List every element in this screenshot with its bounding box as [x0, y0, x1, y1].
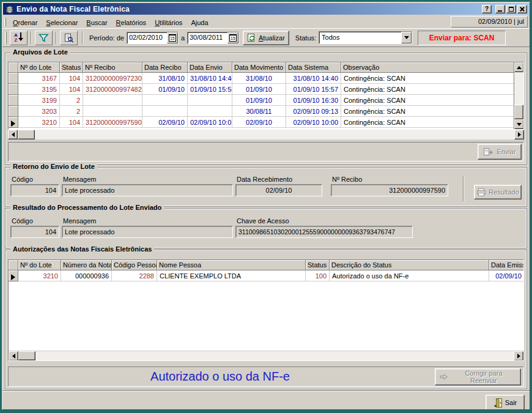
titlebar[interactable]: Envio da Nota Fiscal Eletrônica ?: [3, 3, 529, 15]
menu-item-utilitarios[interactable]: Utilitários: [150, 18, 187, 28]
lote-grid-cell[interactable]: 01/09/10 16:30: [286, 95, 341, 106]
lote-grid-cell[interactable]: 01/09/10 15:57: [286, 84, 341, 95]
lote-grid-cell[interactable]: 30/08/11: [232, 106, 286, 117]
lote-grid-cell[interactable]: 2: [60, 106, 83, 117]
lote-grid-cell[interactable]: 02/09/10 09:13: [286, 106, 341, 117]
scroll-down-button[interactable]: [514, 119, 524, 129]
scroll-left-button[interactable]: [8, 130, 18, 140]
lote-grid-row[interactable]: 3199201/09/1001/09/10 16:30Contingência:…: [9, 95, 515, 106]
scroll-up-button[interactable]: [514, 62, 524, 72]
lote-grid-column-header[interactable]: Nº do Lote1: [18, 62, 60, 73]
toolbar-grip[interactable]: [5, 32, 7, 44]
lote-grid-cell[interactable]: 01/09/10 15:58: [188, 84, 232, 95]
lote-grid-cell[interactable]: 104: [60, 73, 83, 84]
hscrollbar-track[interactable]: [35, 130, 514, 140]
lote-grid-row-selector[interactable]: [9, 95, 18, 106]
autorizacoes-grid-row[interactable]: 32100000009362288CLIENTE EXEMPLO LTDA100…: [9, 270, 524, 281]
status-select[interactable]: Todos: [319, 31, 412, 44]
lote-grid-cell[interactable]: 3210: [18, 117, 60, 128]
lote-grid-row[interactable]: 316710431200000099723031/08/1031/08/10 1…: [9, 73, 515, 84]
periodo-de-value[interactable]: 02/02/2010: [127, 32, 167, 43]
menu-item-ordenar[interactable]: Ordenar: [9, 18, 42, 28]
autorizacoes-grid-column-header[interactable]: Descrição do Status: [330, 260, 489, 270]
lote-grid-cell[interactable]: 104: [60, 84, 83, 95]
autorizacoes-grid-hscrollbar[interactable]: [9, 351, 523, 360]
lote-grid-cell[interactable]: 2: [60, 95, 83, 106]
lote-grid-cell[interactable]: 31/08/10 14:40: [188, 73, 232, 84]
lote-grid-column-header[interactable]: Nº Recibo: [83, 62, 142, 73]
lote-grid-row-selector[interactable]: [9, 84, 18, 95]
maximize-button[interactable]: [506, 5, 516, 13]
lote-grid-cell[interactable]: 312000000997230: [83, 73, 142, 84]
lote-grid-cell[interactable]: 3195: [18, 84, 60, 95]
autorizacoes-grid-column-header[interactable]: Número da Nota: [61, 260, 112, 270]
lote-grid-cell[interactable]: 3167: [18, 73, 60, 84]
lote-grid-cell[interactable]: [83, 95, 142, 106]
lote-grid-cell[interactable]: Contingência: SCAN: [341, 73, 515, 84]
autorizacoes-grid-cell[interactable]: Autorizado o uso da NF-e: [330, 270, 489, 281]
lote-grid-cell[interactable]: 31/08/10 14:40: [286, 73, 341, 84]
lote-grid-column-header[interactable]: Data Sistema: [286, 62, 341, 73]
lote-grid-row[interactable]: 321010431200000099759002/09/1002/09/10 1…: [9, 117, 515, 128]
lote-grid-row[interactable]: 319510431200000099748201/09/1001/09/10 1…: [9, 84, 515, 95]
lote-grid-cell[interactable]: 312000000997590: [83, 117, 142, 128]
menu-item-relatorios[interactable]: Relatórios: [112, 18, 151, 28]
hscrollbar-track[interactable]: [35, 351, 514, 360]
lote-grid-row[interactable]: 3203230/08/1102/09/10 09:13Contingência:…: [9, 106, 515, 117]
lote-grid-column-header[interactable]: Data Envio: [188, 62, 232, 73]
autorizacoes-grid-cell[interactable]: 100: [306, 270, 330, 281]
scroll-right-button[interactable]: [514, 130, 524, 140]
lote-grid-cell[interactable]: Contingência: SCAN: [341, 106, 515, 117]
menu-item-ajuda[interactable]: Ajuda: [187, 18, 212, 28]
lote-grid-cell[interactable]: 02/09/10 10:01: [188, 117, 232, 128]
lote-grid-column-header[interactable]: Data Movimento: [232, 62, 286, 73]
autorizacoes-grid-row-selector[interactable]: [9, 270, 18, 281]
lote-grid-cell[interactable]: Contingência: SCAN: [341, 117, 515, 128]
periodo-ate-value[interactable]: 30/08/2011: [188, 32, 227, 43]
sort-button[interactable]: AZ: [10, 31, 28, 45]
minimize-button[interactable]: [495, 5, 505, 13]
autorizacoes-grid-column-header[interactable]: Status: [306, 260, 330, 270]
lote-grid-cell[interactable]: 3203: [18, 106, 60, 117]
lote-grid-cell[interactable]: Contingência: SCAN: [341, 84, 515, 95]
lote-grid-column-header[interactable]: Status: [60, 62, 83, 73]
scroll-right-button[interactable]: [514, 351, 523, 361]
lote-grid-cell[interactable]: 3199: [18, 95, 60, 106]
lote-grid-row-selector[interactable]: [9, 106, 18, 117]
lote-grid-cell[interactable]: 312000000997482: [83, 84, 142, 95]
filter-button[interactable]: [35, 31, 53, 45]
hscrollbar-thumb[interactable]: [18, 130, 35, 140]
calendar-button-de[interactable]: 15: [167, 32, 178, 43]
autorizacoes-grid-column-header[interactable]: Nome Pessoa: [157, 260, 306, 270]
hscrollbar-thumb[interactable]: [18, 351, 35, 360]
autorizacoes-grid-column-header[interactable]: Data Emissão: [489, 260, 524, 270]
autorizacoes-grid-cell[interactable]: 000000936: [61, 270, 112, 281]
enviar-button[interactable]: Enviar: [478, 144, 522, 160]
menu-item-selecionar[interactable]: Selecionar: [42, 18, 82, 28]
lote-grid-cell[interactable]: 31/08/10: [232, 73, 286, 84]
vscrollbar-track[interactable]: [514, 72, 523, 119]
corrigir-reenviar-button[interactable]: Corrigir para Reenviar: [435, 368, 521, 385]
lote-grid-row-selector[interactable]: [9, 117, 18, 128]
autorizacoes-grid-cell[interactable]: 02/09/10: [489, 270, 524, 281]
lote-grid-row-selector[interactable]: [9, 73, 18, 84]
menu-grip[interactable]: [4, 18, 6, 26]
sair-button[interactable]: Sair: [486, 395, 525, 410]
lote-grid-vscrollbar[interactable]: [514, 62, 523, 129]
lote-grid-cell[interactable]: 02/09/10: [232, 117, 286, 128]
autorizacoes-grid-cell[interactable]: 3210: [18, 270, 61, 281]
dropdown-button[interactable]: [401, 32, 412, 43]
vscrollbar-thumb[interactable]: [514, 105, 523, 119]
lote-grid-cell[interactable]: 01/09/10: [142, 84, 188, 95]
periodo-ate-input[interactable]: 30/08/2011 15: [187, 32, 239, 44]
autorizacoes-grid-cell[interactable]: CLIENTE EXEMPLO LTDA: [157, 270, 306, 281]
lote-grid-cell[interactable]: Contingência: SCAN: [341, 95, 515, 106]
resultado-button[interactable]: Resultado: [474, 185, 522, 199]
lote-grid-cell[interactable]: 02/09/10 10:00: [286, 117, 341, 128]
close-button[interactable]: [517, 5, 527, 13]
scroll-left-button[interactable]: [9, 351, 18, 361]
lote-grid-cell[interactable]: [83, 106, 142, 117]
calendar-button-ate[interactable]: 15: [227, 32, 238, 43]
lote-grid-cell[interactable]: 31/08/10: [142, 73, 188, 84]
periodo-de-input[interactable]: 02/02/2010 15: [127, 32, 179, 44]
